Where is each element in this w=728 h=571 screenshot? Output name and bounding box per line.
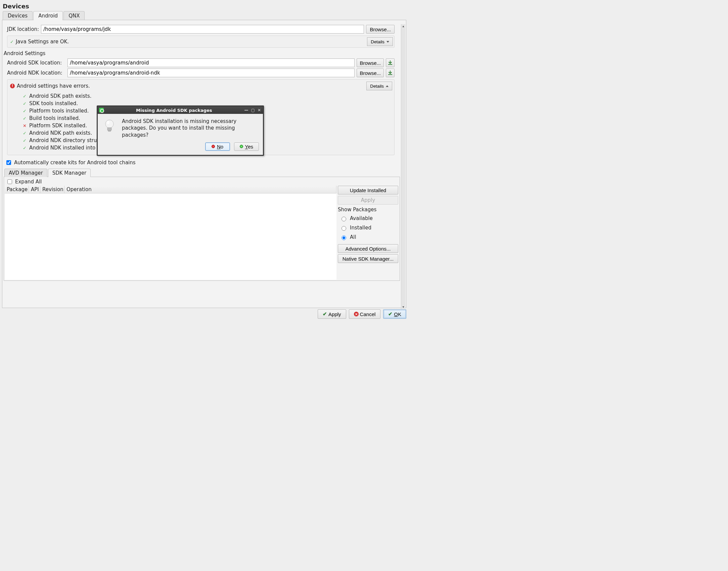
ndk-location-label: Android NDK location:	[7, 70, 65, 76]
close-icon[interactable]: ✕	[258, 108, 261, 113]
sdk-download-button[interactable]	[386, 58, 395, 67]
check-text: Build tools installed.	[29, 115, 80, 121]
ndk-browse-button[interactable]: Browse...	[357, 69, 384, 77]
svg-point-3	[107, 121, 109, 124]
radio-available[interactable]: Available	[340, 215, 398, 221]
jdk-location-label: JDK location:	[7, 26, 39, 32]
check-fail-icon: ✕	[23, 123, 27, 128]
svg-rect-0	[388, 64, 392, 65]
dialog-yes-button[interactable]: Yes	[234, 142, 259, 151]
cancel-label: Cancel	[360, 311, 376, 317]
expand-all-label: Expand All	[15, 179, 42, 185]
radio-available-label: Available	[350, 215, 373, 221]
col-package[interactable]: Package	[5, 186, 29, 193]
sdk-location-label: Android SDK location:	[7, 60, 65, 66]
package-table: Package API Revision Operation	[5, 186, 336, 280]
check-ok-icon: ✓	[23, 101, 27, 106]
check-ok-icon: ✓	[23, 138, 27, 143]
advanced-options-button[interactable]: Advanced Options...	[338, 244, 398, 253]
java-details-button[interactable]: Details	[367, 37, 393, 46]
ok-label: OK	[394, 311, 401, 317]
details-label: Details	[371, 39, 384, 44]
ndk-download-button[interactable]	[386, 69, 395, 77]
yes-label: Yes	[245, 144, 253, 149]
radio-all-label: All	[350, 234, 356, 240]
check-ok-icon: ✓	[23, 116, 27, 121]
radio-all[interactable]: All	[340, 234, 398, 240]
download-icon	[388, 60, 393, 65]
apply-button[interactable]: ✔ Apply	[318, 309, 346, 319]
scroll-down-arrow-icon[interactable]: ▾	[401, 305, 405, 309]
svg-point-2	[105, 120, 113, 128]
tab-qnx[interactable]: QNX	[63, 11, 85, 20]
qt-logo-icon	[99, 108, 104, 113]
check-ok-icon: ✓	[23, 94, 27, 99]
tab-android[interactable]: Android	[33, 11, 63, 20]
radio-installed-label: Installed	[350, 225, 371, 231]
svg-rect-5	[107, 129, 111, 130]
tab-sdk-manager[interactable]: SDK Manager	[48, 169, 91, 177]
package-table-body[interactable]	[5, 193, 336, 280]
expand-all-checkbox[interactable]	[7, 179, 12, 184]
svg-rect-1	[388, 74, 392, 75]
no-label: No	[217, 144, 223, 149]
check-item: ✓Android SDK path exists.	[23, 92, 393, 100]
error-icon: !	[10, 84, 15, 88]
minimize-icon[interactable]: —	[244, 108, 248, 113]
vertical-scrollbar[interactable]: ▴ ▾	[401, 24, 405, 309]
check-icon: ✔	[323, 311, 327, 317]
col-api[interactable]: API	[29, 186, 40, 193]
green-dot-icon	[240, 145, 243, 148]
check-text: Platform tools installed.	[29, 108, 89, 114]
sdk-manager-pane: Expand All Package API Revision Operatio…	[4, 177, 400, 281]
android-status-text: Android settings have errors.	[17, 83, 364, 89]
radio-installed[interactable]: Installed	[340, 225, 398, 231]
dialog-footer: ✔ Apply ✕ Cancel ✔ OK	[318, 309, 406, 319]
jdk-location-input[interactable]	[41, 25, 364, 34]
android-details-button[interactable]: Details	[366, 82, 392, 90]
java-status-text: Java Settings are OK.	[16, 39, 365, 45]
auto-kits-label: Automatically create kits for Android to…	[14, 160, 136, 166]
dialog-title: Missing Android SDK packages	[104, 108, 244, 113]
apply-label: Apply	[328, 311, 341, 317]
tab-avd-manager[interactable]: AVD Manager	[4, 169, 47, 177]
check-text: Platform SDK installed.	[29, 123, 87, 129]
sdk-location-input[interactable]	[67, 58, 355, 67]
tab-devices[interactable]: Devices	[3, 11, 33, 20]
auto-kits-checkbox[interactable]	[6, 160, 11, 165]
cancel-button[interactable]: ✕ Cancel	[349, 309, 381, 319]
ok-button[interactable]: ✔ OK	[383, 309, 406, 319]
update-installed-button[interactable]: Update Installed	[338, 186, 398, 194]
check-ok-icon: ✓	[10, 39, 14, 44]
show-packages-title: Show Packages	[338, 207, 398, 213]
check-text: Android SDK path exists.	[29, 93, 92, 99]
ndk-location-input[interactable]	[67, 69, 355, 77]
dialog-titlebar[interactable]: Missing Android SDK packages — ▢ ✕	[98, 106, 263, 114]
cancel-icon: ✕	[354, 312, 359, 316]
col-operation[interactable]: Operation	[64, 186, 336, 193]
check-icon: ✔	[388, 311, 393, 317]
page-title: Devices	[3, 3, 406, 10]
missing-sdk-dialog: Missing Android SDK packages — ▢ ✕ Andro…	[97, 105, 264, 156]
apply-packages-button: Apply	[338, 196, 398, 205]
chevron-up-icon	[386, 85, 389, 87]
svg-rect-4	[107, 128, 111, 129]
check-text: Android NDK path exists.	[29, 130, 92, 136]
chevron-down-icon	[386, 41, 389, 43]
maximize-icon[interactable]: ▢	[251, 108, 255, 113]
native-sdk-manager-button[interactable]: Native SDK Manager...	[338, 254, 398, 263]
sdk-browse-button[interactable]: Browse...	[357, 58, 384, 67]
scroll-up-arrow-icon[interactable]: ▴	[401, 24, 405, 28]
dialog-body-text: Android SDK installation is missing nece…	[122, 118, 258, 138]
top-tabstrip: Devices Android QNX	[2, 11, 406, 20]
col-revision[interactable]: Revision	[40, 186, 64, 193]
check-text: SDK tools installed.	[29, 100, 78, 106]
jdk-browse-button[interactable]: Browse...	[366, 25, 395, 34]
details-label: Details	[370, 84, 384, 89]
check-ok-icon: ✓	[23, 108, 27, 114]
package-table-header: Package API Revision Operation	[5, 186, 336, 193]
download-icon	[388, 70, 393, 76]
android-settings-title: Android Settings	[4, 50, 399, 56]
dialog-no-button[interactable]: No	[205, 142, 230, 151]
red-dot-icon	[212, 145, 215, 148]
